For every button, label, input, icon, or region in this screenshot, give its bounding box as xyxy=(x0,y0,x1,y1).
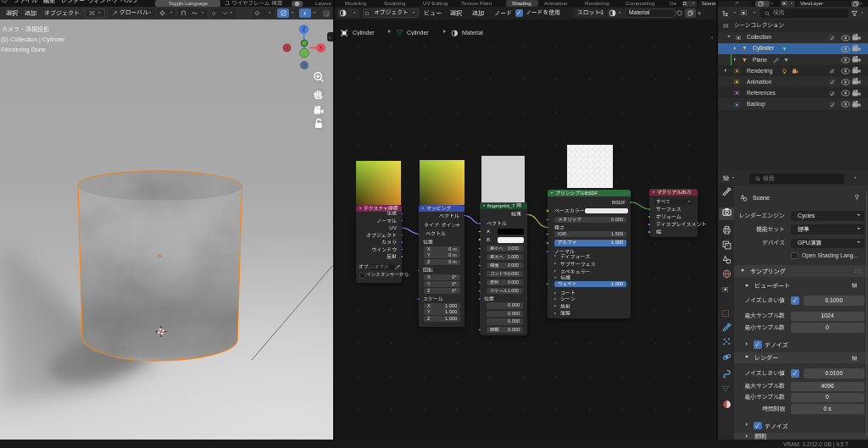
svg-text:Z: Z xyxy=(303,26,306,32)
svg-text:X: X xyxy=(319,45,323,51)
